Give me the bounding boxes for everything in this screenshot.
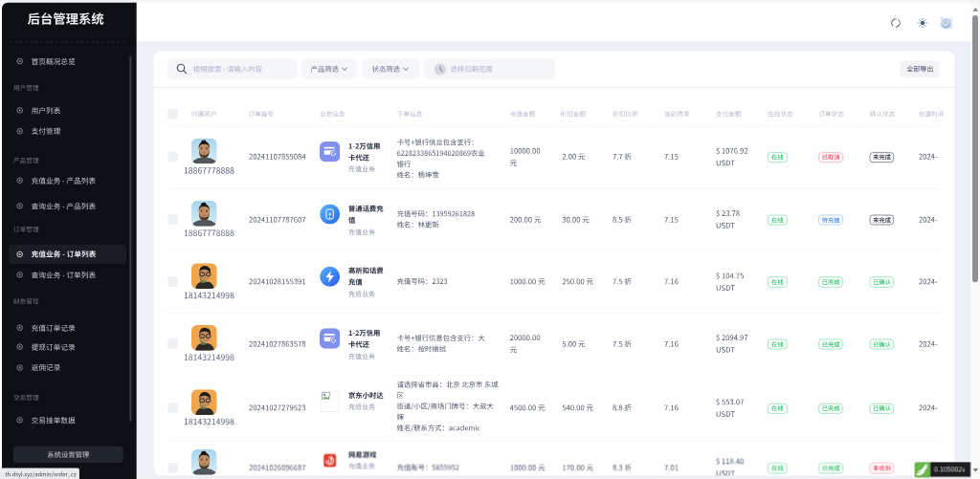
svg-text:¥: ¥	[328, 211, 331, 217]
